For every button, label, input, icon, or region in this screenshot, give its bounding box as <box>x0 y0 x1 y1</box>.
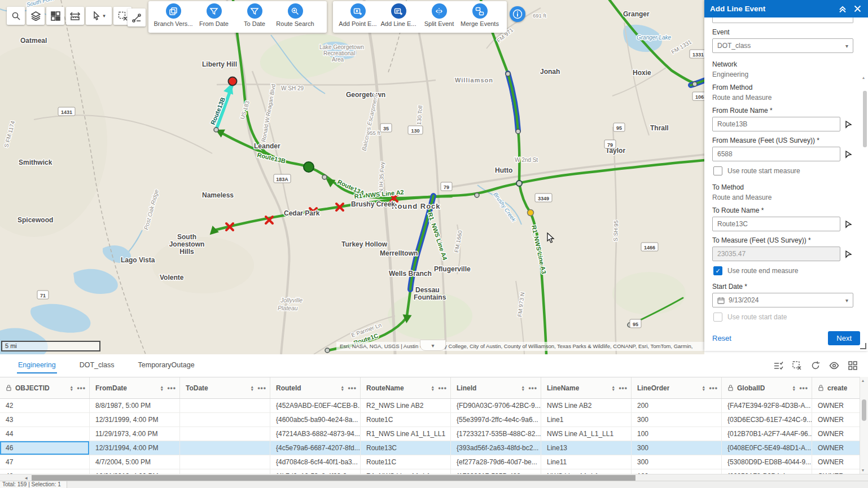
table-cell[interactable]: {4600abc5-ba90-4e24-8a... <box>270 413 361 427</box>
scrollbar-thumb[interactable] <box>32 475 635 481</box>
tab-engineering[interactable]: Engineering <box>17 355 57 375</box>
sort-icon[interactable]: ▴▾ <box>341 385 344 391</box>
column-menu-icon[interactable]: ••• <box>348 384 357 392</box>
layers-button[interactable] <box>27 7 45 25</box>
table-cell[interactable]: {47214AB3-6882-4873-94... <box>270 427 361 441</box>
table-cell[interactable]: R2_NWS Line AB2 <box>361 399 451 412</box>
table-cell[interactable]: NWS Line A1_L1_LL1 <box>541 427 632 441</box>
map-canvas[interactable]: OatmealLiberty HillSmithwickNamelessSpic… <box>0 0 704 354</box>
table-cell[interactable]: 200 <box>632 399 722 412</box>
toolbar-route-search[interactable]: Route Search <box>275 3 315 27</box>
scroll-up-icon[interactable]: ▴ <box>862 378 864 383</box>
table-cell[interactable]: OWNER <box>812 427 851 441</box>
table-cell[interactable]: 46 <box>0 441 90 455</box>
panel-scrollbar[interactable]: ▴ ▾ <box>863 76 867 325</box>
table-cell[interactable]: 12/31/1994, 4:00 PM <box>90 441 180 455</box>
table-cell[interactable] <box>180 413 270 427</box>
panel-resize-handle[interactable] <box>860 343 866 349</box>
select-dropdown-caret-icon[interactable]: ▾ <box>103 13 106 19</box>
toolbar-from-date[interactable]: From Date <box>194 3 234 27</box>
pick-from-map-button[interactable] <box>843 119 853 129</box>
sort-icon[interactable]: ▴▾ <box>432 385 434 391</box>
toggle-columns-button[interactable] <box>827 358 841 373</box>
sort-icon[interactable]: ▴▾ <box>522 385 524 391</box>
table-cell[interactable]: {17233217-535B-488C-82... <box>451 427 541 441</box>
column-header-routeid[interactable]: RouteId ▴▾••• <box>270 377 361 398</box>
tab-dot-class[interactable]: DOT_class <box>78 355 116 375</box>
column-header-lineid[interactable]: LineId ▴▾••• <box>451 377 541 398</box>
table-cell[interactable] <box>180 427 270 441</box>
show-selected-records-button[interactable] <box>771 358 786 373</box>
refresh-table-button[interactable] <box>808 358 823 373</box>
sort-icon[interactable]: ▴▾ <box>251 385 253 391</box>
table-cell[interactable]: R1_NWS Line A1_L1_LL1 <box>361 427 451 441</box>
sort-icon[interactable]: ▴▾ <box>161 385 163 391</box>
table-cell[interactable]: {012B70B1-A2F7-4A4F-96... <box>722 427 812 441</box>
column-header-create[interactable]: create <box>812 377 851 398</box>
table-cell[interactable]: {53080D9D-ED8B-4044-9... <box>722 455 812 469</box>
table-cell[interactable]: {393ad56f-2a63-48fd-bc2... <box>451 441 541 455</box>
table-cell[interactable]: {4d7084c8-6cf4-40f1-ba3... <box>270 455 361 469</box>
pick-from-map-button[interactable] <box>843 219 853 229</box>
collapse-panel-button[interactable] <box>838 4 848 14</box>
column-header-lineorder[interactable]: LineOrder ▴▾••• <box>632 377 722 398</box>
measure-button[interactable] <box>66 7 84 25</box>
column-header-globalid[interactable]: GlobalID ▴▾••• <box>722 377 812 398</box>
toolbar-split-event[interactable]: Split Event <box>419 3 459 27</box>
toolbar-add-point-event[interactable]: Add Point E... <box>337 3 378 27</box>
column-menu-icon[interactable]: ••• <box>799 384 808 392</box>
column-menu-icon[interactable]: ••• <box>77 384 86 392</box>
use-route-end-measure-checkbox[interactable]: Use route end measure <box>712 266 853 275</box>
pick-from-map-button[interactable] <box>843 249 853 259</box>
toolbar-to-date[interactable]: To Date <box>234 3 275 27</box>
table-cell[interactable]: 300 <box>632 455 722 469</box>
event-select[interactable]: DOT_class ▾ <box>712 38 853 53</box>
select-tool-button[interactable]: ▾ <box>86 7 112 25</box>
column-menu-icon[interactable]: ••• <box>438 384 447 392</box>
table-cell[interactable]: OWNER <box>812 399 851 412</box>
column-header-linename[interactable]: LineName ▴▾••• <box>541 377 632 398</box>
column-menu-icon[interactable]: ••• <box>167 384 176 392</box>
table-cell[interactable]: Route11C <box>361 455 451 469</box>
table-cell[interactable]: NWS Line AB2 <box>541 399 632 412</box>
map-tool-button[interactable] <box>128 8 146 27</box>
to-route-name-input[interactable]: Route13C <box>712 217 840 231</box>
column-menu-icon[interactable]: ••• <box>619 384 628 392</box>
table-cell[interactable]: {ef277a28-79d6-40d7-be... <box>451 455 541 469</box>
from-route-name-input[interactable]: Route13B <box>712 117 840 131</box>
table-cell[interactable]: 11/29/1973, 4:00 PM <box>90 427 180 441</box>
clear-table-selection-button[interactable] <box>790 358 804 373</box>
scrollbar-thumb[interactable] <box>862 399 866 421</box>
table-cell[interactable]: Route1C <box>361 413 451 427</box>
sort-icon[interactable]: ▴▾ <box>793 385 795 391</box>
start-date-input[interactable]: 9/13/2024 ▾ <box>712 293 853 307</box>
basemap-button[interactable] <box>46 7 64 25</box>
use-route-start-measure-checkbox[interactable]: Use route start measure <box>712 166 853 175</box>
table-cell[interactable] <box>180 399 270 412</box>
table-cell[interactable]: {FA47E394-92F8-4D3B-A... <box>722 399 812 412</box>
from-measure-input[interactable]: 6588 <box>712 147 840 161</box>
table-cell[interactable]: {452A9ABD-E0EF-4CEB-B... <box>270 399 361 412</box>
tab-temporary-outage[interactable]: TemporaryOutage <box>137 355 196 375</box>
table-cell[interactable]: 43 <box>0 413 90 427</box>
scroll-down-icon[interactable]: ▾ <box>862 468 864 473</box>
table-cell[interactable]: 12/31/1999, 4:00 PM <box>90 413 180 427</box>
scroll-left-icon[interactable]: ◂ <box>25 475 28 481</box>
table-row[interactable]: 4411/29/1973, 4:00 PM{47214AB3-6882-4873… <box>0 427 860 441</box>
sort-icon[interactable]: ▴▾ <box>71 385 73 391</box>
reset-button[interactable]: Reset <box>712 334 731 342</box>
sort-icon[interactable]: ▴▾ <box>703 385 705 391</box>
table-cell[interactable]: 100 <box>632 427 722 441</box>
table-cell[interactable]: 4/7/2004, 5:00 PM <box>90 455 180 469</box>
table-cell[interactable]: 300 <box>632 413 722 427</box>
column-menu-icon[interactable]: ••• <box>709 384 718 392</box>
column-menu-icon[interactable]: ••• <box>528 384 537 392</box>
table-cell[interactable]: 8/8/1987, 5:00 PM <box>90 399 180 412</box>
table-row[interactable]: 4312/31/1999, 4:00 PM{4600abc5-ba90-4e24… <box>0 413 860 427</box>
scrollbar-thumb[interactable] <box>863 91 867 147</box>
table-cell[interactable]: Line11 <box>541 455 632 469</box>
column-header-todate[interactable]: ToDate ▴▾••• <box>180 377 270 398</box>
table-cell[interactable]: 300 <box>632 441 722 455</box>
column-header-routename[interactable]: RouteName ▴▾••• <box>361 377 451 398</box>
table-cell[interactable]: Line1 <box>541 413 632 427</box>
